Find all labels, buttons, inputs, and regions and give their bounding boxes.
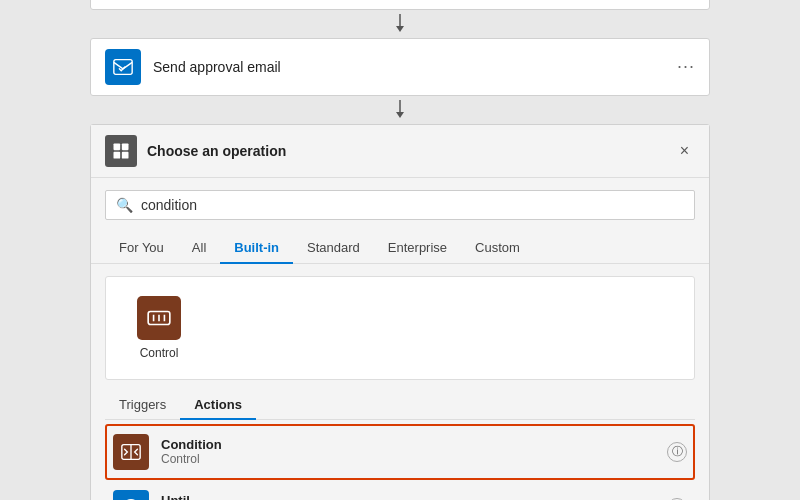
control-label: Control <box>140 346 179 360</box>
choose-header-title: Choose an operation <box>147 143 674 159</box>
close-button[interactable]: × <box>674 140 695 162</box>
sub-tab-triggers[interactable]: Triggers <box>105 390 180 419</box>
step-approval[interactable]: Send approval email ··· <box>90 38 710 96</box>
action-condition[interactable]: Condition Control ⓘ <box>105 424 695 480</box>
tab-all[interactable]: All <box>178 232 220 263</box>
svg-marker-2 <box>396 26 404 32</box>
tab-custom[interactable]: Custom <box>461 232 534 263</box>
sub-tab-actions[interactable]: Actions <box>180 390 256 419</box>
svg-marker-5 <box>396 112 404 118</box>
condition-sub: Control <box>161 452 667 466</box>
condition-name: Condition <box>161 437 667 452</box>
tab-enterprise[interactable]: Enterprise <box>374 232 461 263</box>
until-text: Until Control <box>161 493 667 500</box>
connector-cards: Control <box>105 276 695 380</box>
until-name: Until <box>161 493 667 500</box>
tab-for-you[interactable]: For You <box>105 232 178 263</box>
until-icon <box>113 490 149 501</box>
main-canvas: When a new email arrives (V2) ··· Send a… <box>20 0 780 500</box>
search-input[interactable] <box>141 197 684 213</box>
condition-text: Condition Control <box>161 437 667 466</box>
choose-panel: Choose an operation × 🔍 For You All Buil… <box>90 124 710 501</box>
choose-header: Choose an operation × <box>91 125 709 178</box>
svg-rect-3 <box>114 59 132 74</box>
panel-content: Control Triggers Actions <box>91 264 709 501</box>
arrow-2 <box>390 96 410 124</box>
tab-built-in[interactable]: Built-in <box>220 232 293 263</box>
category-tabs: For You All Built-in Standard Enterprise… <box>91 232 709 264</box>
search-icon: 🔍 <box>116 197 133 213</box>
condition-info[interactable]: ⓘ <box>667 442 687 462</box>
search-box: 🔍 <box>105 190 695 220</box>
sub-tabs: Triggers Actions <box>105 390 695 420</box>
action-list: Condition Control ⓘ Until <box>105 424 695 501</box>
svg-rect-8 <box>114 151 121 158</box>
svg-rect-9 <box>122 151 129 158</box>
step-approval-label: Send approval email <box>153 59 677 75</box>
control-icon <box>137 296 181 340</box>
condition-icon <box>113 434 149 470</box>
step-approval-dots[interactable]: ··· <box>677 56 695 77</box>
svg-rect-7 <box>122 143 129 150</box>
tab-standard[interactable]: Standard <box>293 232 374 263</box>
step-email[interactable]: When a new email arrives (V2) ··· <box>90 0 710 10</box>
step-approval-icon <box>105 49 141 85</box>
choose-header-icon <box>105 135 137 167</box>
action-until[interactable]: Until Control ⓘ <box>105 480 695 501</box>
arrow-1 <box>390 10 410 38</box>
connector-control[interactable]: Control <box>114 285 204 371</box>
svg-rect-6 <box>114 143 121 150</box>
